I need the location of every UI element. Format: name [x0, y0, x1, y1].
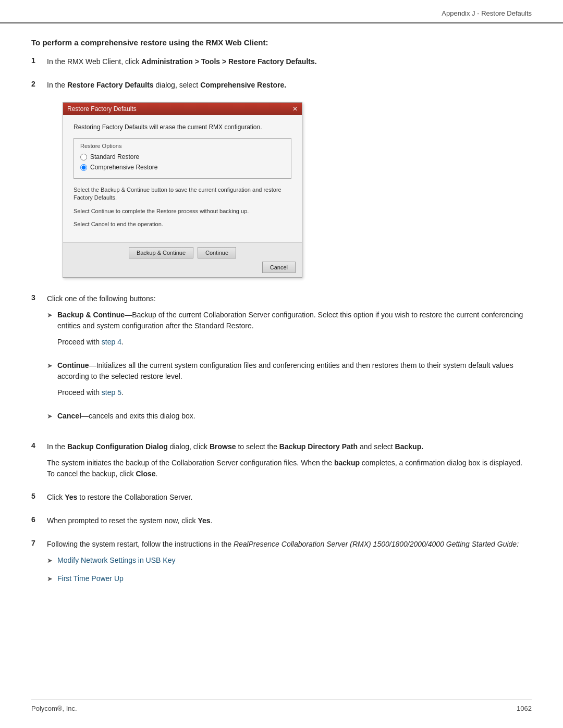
dialog-cancel-row: Cancel [69, 262, 296, 273]
link-item-firsttime: ➤ First Time Power Up [47, 573, 532, 584]
bullet-backup-proceed: Proceed with step 4. [57, 337, 532, 348]
step-2-content: In the Restore Factory Defaults dialog, … [47, 80, 532, 286]
dialog-info-2: Select Continue to complete the Restore … [74, 207, 291, 215]
bullet-arrow-3: ➤ [47, 411, 57, 422]
page-footer: Polycom®, Inc. 1062 [31, 699, 532, 712]
step-2: 2 In the Restore Factory Defaults dialog… [31, 80, 532, 286]
bullet-continue-proceed: Proceed with step 5. [57, 387, 532, 398]
step-5-number: 5 [31, 492, 47, 500]
continue-button[interactable]: Continue [198, 247, 236, 258]
step-5: 5 Click Yes to restore the Collaboration… [31, 492, 532, 508]
dialog-warning-text: Restoring Factory Defaults will erase th… [74, 124, 291, 131]
main-content: To perform a comprehensive restore using… [0, 38, 563, 630]
step-7: 7 Following the system restart, follow t… [31, 539, 532, 591]
bullet-arrow-5: ➤ [47, 573, 57, 584]
radio-comprehensive[interactable]: Comprehensive Restore [80, 164, 285, 171]
link-item-modify: ➤ Modify Network Settings in USB Key [47, 555, 532, 566]
step-1-text: In the RMX Web Client, click Administrat… [47, 56, 532, 67]
bullet-continue-text: Continue—Initializes all the current sys… [57, 360, 532, 382]
step-3-bullets: ➤ Backup & Continue—Backup of the curren… [47, 310, 532, 427]
bullet-cancel-text: Cancel—cancels and exits this dialog box… [57, 411, 532, 422]
dialog-info-1: Select the Backup & Continue button to s… [74, 186, 291, 202]
radio-standard-input[interactable] [80, 154, 87, 161]
dialog-wrapper: Restore Factory Defaults ✕ Restoring Fac… [63, 102, 302, 278]
footer-left: Polycom®, Inc. [31, 705, 77, 712]
bullet-cancel: ➤ Cancel—cancels and exits this dialog b… [47, 411, 532, 427]
step-1: 1 In the RMX Web Client, click Administr… [31, 56, 532, 72]
backup-continue-button[interactable]: Backup & Continue [129, 247, 193, 258]
header-title: Appendix J - Restore Defaults [442, 9, 532, 17]
dialog-info-3: Select Cancel to end the operation. [74, 220, 291, 228]
dialog-close-icon[interactable]: ✕ [292, 105, 298, 113]
dialog-titlebar: Restore Factory Defaults ✕ [63, 103, 302, 115]
step-4-number: 4 [31, 441, 47, 450]
step-2-text: In the Restore Factory Defaults dialog, … [47, 80, 532, 91]
bullet-arrow-2: ➤ [47, 360, 57, 371]
step-6-number: 6 [31, 515, 47, 524]
restore-options-group: Restore Options Standard Restore Compreh… [74, 138, 291, 179]
step-1-content: In the RMX Web Client, click Administrat… [47, 56, 532, 72]
bullet-arrow-1: ➤ [47, 310, 57, 320]
step-7-text: Following the system restart, follow the… [47, 539, 532, 550]
bullet-backup-text: Backup & Continue—Backup of the current … [57, 310, 532, 331]
bullet-backup-continue: ➤ Backup & Continue—Backup of the curren… [47, 310, 532, 353]
page-header: Appendix J - Restore Defaults [0, 0, 563, 23]
step-4: 4 In the Backup Configuration Dialog dia… [31, 441, 532, 485]
first-time-powerup-link[interactable]: First Time Power Up [57, 574, 124, 583]
steps-list: 1 In the RMX Web Client, click Administr… [31, 56, 532, 286]
section-heading: To perform a comprehensive restore using… [31, 38, 532, 47]
step-4-content: In the Backup Configuration Dialog dialo… [47, 441, 532, 485]
dialog-footer: Backup & Continue Continue Cancel [63, 242, 302, 277]
step-5-text: Click Yes to restore the Collaboration S… [47, 492, 532, 503]
step-6-content: When prompted to reset the system now, c… [47, 515, 532, 532]
step-4-subtext: The system initiates the backup of the C… [47, 458, 532, 479]
step-5-content: Click Yes to restore the Collaboration S… [47, 492, 532, 508]
bullet-arrow-4: ➤ [47, 555, 57, 566]
dialog-title: Restore Factory Defaults [67, 105, 137, 113]
step-2-number: 2 [31, 80, 47, 88]
step-7-content: Following the system restart, follow the… [47, 539, 532, 591]
modify-link-content: Modify Network Settings in USB Key [57, 555, 532, 566]
step-7-links: ➤ Modify Network Settings in USB Key ➤ F… [47, 555, 532, 584]
dialog-body: Restoring Factory Defaults will erase th… [63, 115, 302, 242]
step-6-text: When prompted to reset the system now, c… [47, 515, 532, 526]
step-7-number: 7 [31, 539, 47, 547]
step-1-number: 1 [31, 56, 47, 65]
bullet-continue-content: Continue—Initializes all the current sys… [57, 360, 532, 403]
radio-comprehensive-label: Comprehensive Restore [90, 164, 157, 171]
step-4-text: In the Backup Configuration Dialog dialo… [47, 441, 532, 452]
radio-comprehensive-input[interactable] [80, 164, 87, 171]
step-3-content: Click one of the following buttons: ➤ Ba… [47, 293, 532, 434]
step4-link[interactable]: step 4 [102, 338, 121, 346]
bullet-cancel-content: Cancel—cancels and exits this dialog box… [57, 411, 532, 427]
step-6: 6 When prompted to reset the system now,… [31, 515, 532, 532]
radio-standard[interactable]: Standard Restore [80, 153, 285, 161]
bullet-backup-content: Backup & Continue—Backup of the current … [57, 310, 532, 353]
step-3-number: 3 [31, 293, 47, 302]
step-3: 3 Click one of the following buttons: ➤ … [31, 293, 532, 434]
restore-options-label: Restore Options [80, 143, 285, 149]
bullet-continue: ➤ Continue—Initializes all the current s… [47, 360, 532, 403]
dialog-main-buttons: Backup & Continue Continue [69, 247, 296, 258]
footer-right: 1062 [517, 705, 532, 712]
step-3-intro: Click one of the following buttons: [47, 293, 532, 304]
firsttime-link-content: First Time Power Up [57, 573, 532, 584]
page-container: Appendix J - Restore Defaults To perform… [0, 0, 563, 728]
cancel-button[interactable]: Cancel [262, 262, 296, 273]
modify-network-link[interactable]: Modify Network Settings in USB Key [57, 556, 175, 564]
radio-standard-label: Standard Restore [90, 153, 139, 161]
step5-link[interactable]: step 5 [102, 388, 121, 397]
restore-factory-dialog: Restore Factory Defaults ✕ Restoring Fac… [63, 102, 302, 278]
